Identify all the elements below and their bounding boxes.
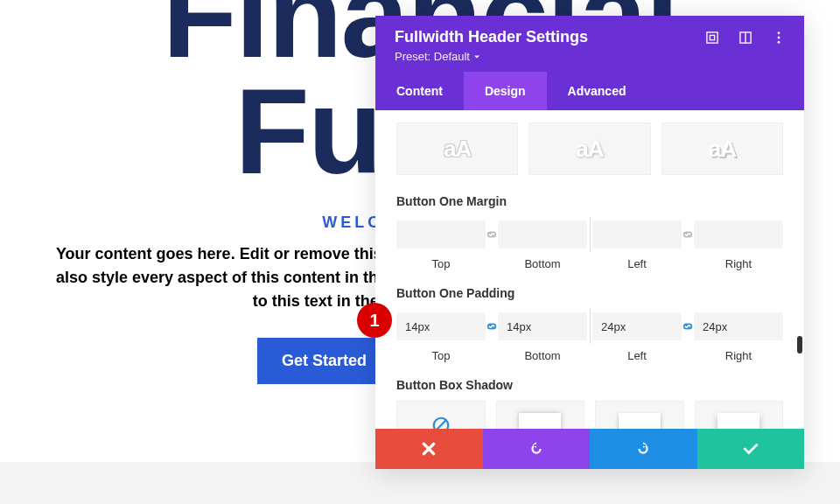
shadow-presets — [396, 401, 783, 429]
close-icon — [421, 441, 437, 457]
expand-icon[interactable] — [706, 32, 718, 47]
padding-sublabels: Top Bottom Left Right — [396, 349, 783, 362]
scrollbar-thumb[interactable] — [797, 336, 802, 354]
chevron-down-icon — [473, 53, 480, 60]
panel-header: Fullwidth Header Settings Preset: Defaul… — [375, 16, 804, 72]
svg-rect-0 — [707, 32, 718, 43]
shadow-none[interactable] — [396, 401, 486, 429]
text-shadow-preset-3[interactable]: aA — [662, 122, 783, 175]
svg-rect-1 — [710, 35, 714, 39]
get-started-button[interactable]: Get Started — [257, 338, 391, 384]
padding-grid — [396, 309, 783, 344]
panel-header-left: Fullwidth Header Settings Preset: Defaul… — [395, 28, 588, 63]
padding-lr-link-icon[interactable] — [682, 318, 694, 334]
divider — [590, 217, 591, 252]
padding-bottom-input[interactable] — [498, 312, 587, 340]
step-badge: 1 — [357, 303, 392, 338]
tab-design[interactable]: Design — [464, 72, 547, 110]
panel-header-icons — [706, 32, 785, 47]
label-right: Right — [694, 349, 783, 362]
preset-dropdown[interactable]: Preset: Default — [395, 50, 588, 63]
check-icon — [743, 441, 759, 457]
none-icon — [431, 416, 451, 429]
padding-tb-link-icon[interactable] — [486, 318, 498, 334]
panel-title: Fullwidth Header Settings — [395, 28, 588, 46]
text-shadow-presets: aA aA aA — [396, 122, 783, 175]
more-icon[interactable] — [773, 32, 785, 47]
padding-right-input[interactable] — [694, 312, 783, 340]
label-bottom: Bottom — [498, 257, 587, 270]
snap-icon[interactable] — [739, 32, 752, 47]
margin-sublabels: Top Bottom Left Right — [396, 257, 783, 270]
label-top: Top — [396, 349, 486, 362]
svg-point-6 — [778, 41, 780, 44]
shadow-label: Button Box Shadow — [396, 378, 783, 392]
svg-point-5 — [778, 37, 780, 39]
label-right: Right — [694, 257, 783, 270]
divider — [590, 309, 591, 344]
settings-panel: Fullwidth Header Settings Preset: Defaul… — [375, 16, 804, 469]
panel-tabs: Content Design Advanced — [375, 72, 804, 110]
margin-bottom-input[interactable] — [498, 220, 587, 248]
label-bottom: Bottom — [498, 349, 587, 362]
undo-button[interactable] — [483, 429, 591, 469]
text-shadow-preset-1[interactable]: aA — [396, 122, 518, 175]
undo-icon — [528, 441, 544, 457]
svg-line-8 — [435, 420, 446, 429]
redo-icon — [635, 441, 651, 457]
svg-point-4 — [778, 32, 780, 34]
margin-right-input[interactable] — [694, 220, 783, 248]
text-shadow-preset-2[interactable]: aA — [528, 122, 650, 175]
margin-left-input[interactable] — [592, 220, 682, 248]
label-left: Left — [592, 257, 682, 270]
padding-top-input[interactable] — [396, 312, 486, 340]
shadow-preset-1[interactable] — [496, 401, 585, 429]
shadow-preset-3[interactable] — [695, 401, 784, 429]
tab-advanced[interactable]: Advanced — [547, 72, 648, 110]
margin-grid — [396, 217, 783, 252]
margin-top-input[interactable] — [396, 220, 486, 248]
preset-label: Preset: Default — [395, 50, 470, 63]
padding-left-input[interactable] — [592, 312, 682, 340]
save-button[interactable] — [697, 429, 805, 469]
panel-body: aA aA aA Button One Margin Top Bottom Le… — [375, 110, 804, 429]
label-left: Left — [592, 349, 682, 362]
cancel-button[interactable] — [375, 429, 483, 469]
margin-lr-link-icon[interactable] — [682, 227, 694, 242]
margin-tb-link-icon[interactable] — [486, 227, 498, 242]
padding-label: Button One Padding — [396, 286, 783, 300]
panel-actions — [375, 429, 804, 469]
shadow-preset-2[interactable] — [595, 401, 684, 429]
label-top: Top — [396, 257, 486, 270]
margin-label: Button One Margin — [396, 194, 783, 208]
tab-content[interactable]: Content — [375, 72, 464, 110]
redo-button[interactable] — [590, 429, 697, 469]
